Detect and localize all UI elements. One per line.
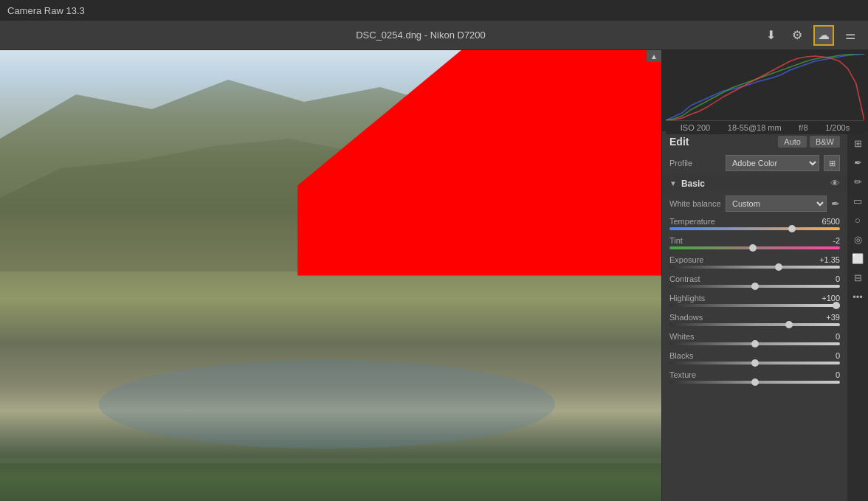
lens-info: 18-55@18 mm bbox=[728, 123, 782, 132]
rect-select-icon[interactable]: ▭ bbox=[849, 192, 867, 210]
crop-icon[interactable]: ⊞ bbox=[849, 134, 867, 152]
tint-slider-row: Tint -2 bbox=[662, 234, 847, 253]
tint-value: -2 bbox=[814, 236, 840, 245]
wb-eyedropper-icon[interactable]: ✒ bbox=[831, 198, 840, 210]
texture-slider-row: Texture 0 bbox=[662, 368, 847, 387]
contrast-value: 0 bbox=[814, 274, 840, 283]
white-balance-row: White balance Custom As Shot Auto Daylig… bbox=[662, 193, 847, 215]
profile-row: Profile Adobe Color ⊞ bbox=[662, 152, 847, 174]
exposure-value: +1.35 bbox=[814, 255, 840, 264]
exposure-label: Exposure bbox=[669, 255, 703, 264]
blacks-slider-row: Blacks 0 bbox=[662, 349, 847, 368]
wb-label: White balance bbox=[669, 199, 721, 208]
profile-grid-button[interactable]: ⊞ bbox=[824, 155, 840, 171]
top-actions: ⬇ ⚙ ☁ ⚌ bbox=[760, 25, 861, 46]
temperature-thumb[interactable] bbox=[788, 225, 796, 232]
exposure-slider-row: Exposure +1.35 bbox=[662, 253, 847, 272]
shadows-slider-row: Shadows +39 bbox=[662, 311, 847, 330]
panels-area: Edit Auto B&W Profile Adobe Color ⊞ bbox=[662, 131, 868, 501]
whites-track[interactable] bbox=[669, 342, 840, 345]
more-options-icon[interactable]: ••• bbox=[849, 288, 867, 305]
right-panel: ISO 200 18-55@18 mm f/8 1/200s Edit Auto… bbox=[661, 50, 868, 501]
exposure-track[interactable] bbox=[669, 266, 840, 269]
blacks-label: Blacks bbox=[669, 351, 693, 360]
edit-panel: Edit Auto B&W Profile Adobe Color ⊞ bbox=[662, 131, 847, 501]
edit-header: Edit Auto B&W bbox=[662, 131, 847, 152]
adjust-button[interactable]: ⚌ bbox=[840, 25, 861, 46]
temperature-value: 6500 bbox=[814, 217, 840, 226]
layers-icon[interactable]: ⊟ bbox=[849, 269, 867, 286]
photo-container bbox=[0, 50, 661, 501]
chevron-down-icon: ▼ bbox=[669, 179, 677, 187]
auto-button[interactable]: Auto bbox=[778, 136, 807, 148]
temperature-label: Temperature bbox=[669, 217, 715, 226]
settings-button[interactable]: ⚙ bbox=[787, 25, 807, 46]
profile-label: Profile bbox=[669, 159, 721, 167]
file-info: DSC_0254.dng - Nikon D7200 bbox=[81, 30, 760, 41]
texture-thumb[interactable] bbox=[751, 379, 759, 386]
exposure-thumb[interactable] bbox=[775, 263, 782, 271]
eyedropper-icon[interactable]: ✒ bbox=[849, 153, 867, 171]
texture-track[interactable] bbox=[669, 381, 840, 384]
radial-icon[interactable]: ○ bbox=[849, 211, 867, 229]
save-button[interactable]: ⬇ bbox=[760, 25, 781, 46]
bw-button[interactable]: B&W bbox=[810, 136, 840, 148]
shutter-info: 1/200s bbox=[825, 123, 850, 132]
eye-icon[interactable]: 👁 bbox=[830, 178, 840, 189]
texture-value: 0 bbox=[814, 370, 840, 379]
whites-label: Whites bbox=[669, 332, 695, 341]
temperature-slider-row: Temperature 6500 bbox=[662, 215, 847, 234]
highlights-track[interactable] bbox=[669, 304, 840, 307]
aperture-info: f/8 bbox=[799, 123, 807, 132]
profile-select[interactable]: Adobe Color bbox=[726, 155, 819, 171]
highlights-thumb[interactable] bbox=[833, 302, 840, 309]
histogram-section: ISO 200 18-55@18 mm f/8 1/200s bbox=[662, 50, 868, 131]
whites-slider-row: Whites 0 bbox=[662, 330, 847, 349]
tint-thumb[interactable] bbox=[749, 244, 757, 252]
highlights-label: Highlights bbox=[669, 294, 705, 303]
camera-info: ISO 200 18-55@18 mm f/8 1/200s bbox=[666, 120, 864, 134]
shadows-thumb[interactable] bbox=[785, 321, 793, 328]
basic-label: Basic bbox=[681, 179, 705, 189]
tint-track[interactable] bbox=[669, 246, 840, 249]
cloud-button[interactable]: ☁ bbox=[813, 25, 834, 46]
blacks-thumb[interactable] bbox=[751, 359, 759, 367]
contrast-thumb[interactable] bbox=[751, 283, 759, 290]
basic-section-header[interactable]: ▼ Basic 👁 bbox=[662, 174, 847, 193]
basic-section-title: ▼ Basic bbox=[669, 179, 705, 189]
contrast-track[interactable] bbox=[669, 285, 840, 288]
top-bar: DSC_0254.dng - Nikon D7200 ⬇ ⚙ ☁ ⚌ bbox=[0, 21, 868, 50]
scroll-up-button[interactable]: ▲ bbox=[647, 50, 661, 62]
texture-label: Texture bbox=[669, 370, 696, 379]
edit-title: Edit bbox=[669, 136, 689, 148]
whites-value: 0 bbox=[814, 332, 840, 341]
target-adjust-icon[interactable]: ◎ bbox=[849, 230, 867, 248]
blacks-value: 0 bbox=[814, 351, 840, 360]
app-title: Camera Raw 13.3 bbox=[7, 5, 85, 16]
histogram-canvas bbox=[666, 54, 864, 120]
masking-icon[interactable]: ⬜ bbox=[849, 249, 867, 267]
title-bar: Camera Raw 13.3 bbox=[0, 0, 868, 21]
right-tools: ⊞ ✒ ✏ ▭ ○ ◎ ⬜ ⊟ ••• bbox=[847, 131, 868, 501]
svg-rect-4 bbox=[0, 463, 661, 501]
temperature-track[interactable] bbox=[669, 227, 840, 230]
heal-icon[interactable]: ✏ bbox=[849, 173, 867, 190]
whites-thumb[interactable] bbox=[751, 340, 759, 348]
blacks-track[interactable] bbox=[669, 362, 840, 364]
canvas-area: ▲ bbox=[0, 50, 661, 501]
tint-label: Tint bbox=[669, 236, 683, 245]
shadows-value: +39 bbox=[814, 313, 840, 322]
wb-select[interactable]: Custom As Shot Auto Daylight Cloudy bbox=[726, 196, 827, 212]
shadows-track[interactable] bbox=[669, 323, 840, 326]
highlights-slider-row: Highlights +100 bbox=[662, 291, 847, 311]
contrast-label: Contrast bbox=[669, 274, 700, 283]
shadows-label: Shadows bbox=[669, 313, 703, 322]
main-layout: ▲ ISO 200 18-55@18 mm f/8 1/200s bbox=[0, 50, 868, 501]
iso-info: ISO 200 bbox=[681, 123, 710, 132]
contrast-slider-row: Contrast 0 bbox=[662, 272, 847, 291]
svg-point-3 bbox=[99, 360, 555, 449]
